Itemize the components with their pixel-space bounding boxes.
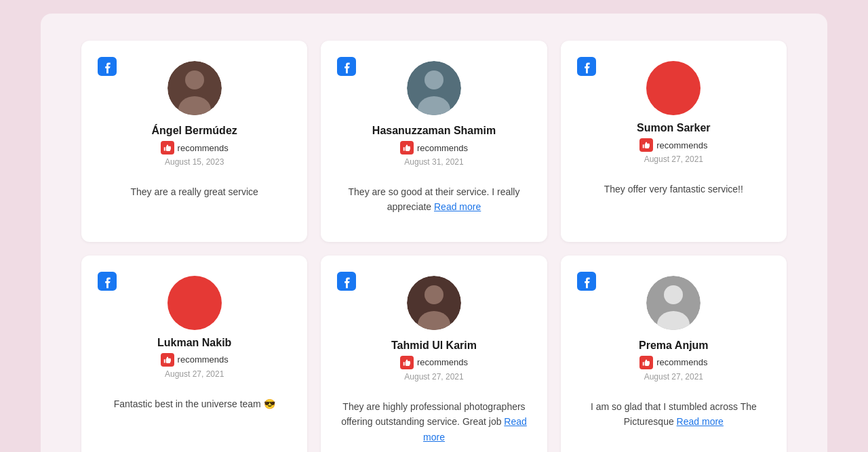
review-date: August 27, 2021	[644, 372, 703, 382]
facebook-icon-wrapper	[98, 57, 117, 79]
user-name: Sumon Sarker	[637, 122, 710, 134]
review-body: They are so good at their service. I rea…	[337, 184, 530, 215]
recommends-row: recommends	[161, 353, 229, 367]
user-name: Lukman Nakib	[157, 337, 231, 349]
review-card-hasanuzzaman: Hasanuzzaman Shamim recommends August 31…	[321, 41, 547, 242]
recommends-row: recommends	[639, 138, 707, 152]
user-name: Tahmid Ul Karim	[391, 340, 477, 352]
svg-point-6	[425, 70, 443, 89]
svg-point-12	[425, 285, 443, 304]
review-date: August 15, 2023	[165, 157, 224, 167]
review-date: August 27, 2021	[404, 372, 463, 382]
review-body: They are highly professional photographe…	[337, 399, 530, 445]
svg-point-16	[664, 285, 683, 304]
review-card-lukman: Lukman Nakib recommends August 27, 2021 …	[81, 255, 307, 452]
review-text: Fantastic best in the universe team 😎	[114, 398, 275, 409]
user-name: Hasanuzzaman Shamim	[372, 125, 496, 137]
card-top: Ángel Bermúdez recommends August 15, 202…	[98, 61, 291, 176]
reviews-grid: Ángel Bermúdez recommends August 15, 202…	[81, 41, 787, 452]
recommends-row: recommends	[639, 356, 707, 369]
review-card-angel: Ángel Bermúdez recommends August 15, 202…	[81, 41, 307, 242]
user-name: Ángel Bermúdez	[152, 125, 237, 137]
recommends-row: recommends	[161, 141, 229, 155]
review-text: I am so glad that I stumbled across The …	[591, 401, 757, 427]
read-more-link[interactable]: Read more	[434, 201, 481, 212]
recommends-icon	[161, 353, 174, 367]
recommends-text: recommends	[417, 143, 468, 153]
review-card-sumon: Sumon Sarker recommends August 27, 2021 …	[561, 41, 787, 242]
facebook-icon-wrapper	[98, 272, 117, 293]
avatar	[407, 276, 461, 330]
facebook-icon-wrapper	[337, 272, 356, 293]
review-body: Fantastic best in the universe team 😎	[114, 396, 275, 411]
recommends-icon	[639, 138, 653, 152]
review-text: They are a really great service	[131, 186, 258, 197]
avatar-wrapper	[646, 276, 701, 333]
recommends-icon	[161, 141, 174, 155]
card-top: Lukman Nakib recommends August 27, 2021	[98, 276, 291, 388]
avatar	[167, 276, 222, 330]
card-top: Tahmid Ul Karim recommends August 27, 20…	[337, 276, 530, 391]
recommends-text: recommends	[656, 357, 707, 367]
review-date: August 27, 2021	[644, 155, 703, 164]
avatar-wrapper	[407, 276, 461, 333]
recommends-icon	[400, 356, 414, 369]
review-body: They are a really great service	[131, 184, 258, 199]
recommends-text: recommends	[178, 143, 229, 153]
avatar-wrapper	[167, 276, 222, 330]
review-card-prema: Prema Anjum recommends August 27, 2021 I…	[561, 255, 787, 452]
read-more-link[interactable]: Read more	[677, 416, 724, 427]
review-card-tahmid: Tahmid Ul Karim recommends August 27, 20…	[321, 255, 547, 452]
avatar-wrapper	[167, 61, 222, 118]
user-name: Prema Anjum	[639, 340, 709, 352]
recommends-text: recommends	[417, 357, 468, 367]
review-text: They offer very fantastic service!!	[604, 184, 743, 194]
card-top: Hasanuzzaman Shamim recommends August 31…	[337, 61, 530, 176]
card-top: Sumon Sarker recommends August 27, 2021	[577, 61, 770, 173]
avatar	[167, 61, 222, 115]
reviews-container: Ángel Bermúdez recommends August 15, 202…	[41, 14, 827, 452]
review-date: August 31, 2021	[404, 157, 463, 167]
recommends-text: recommends	[656, 140, 707, 150]
recommends-row: recommends	[400, 356, 468, 369]
recommends-icon	[400, 141, 414, 155]
recommends-text: recommends	[178, 354, 229, 365]
facebook-icon-wrapper	[577, 57, 596, 79]
card-top: Prema Anjum recommends August 27, 2021	[577, 276, 770, 391]
svg-point-2	[185, 70, 204, 89]
facebook-icon-wrapper	[577, 272, 596, 293]
review-body: They offer very fantastic service!!	[604, 182, 743, 197]
avatar-wrapper	[407, 61, 461, 118]
avatar-wrapper	[646, 61, 701, 115]
facebook-icon-wrapper	[337, 57, 356, 79]
recommends-row: recommends	[400, 141, 468, 155]
avatar	[646, 61, 701, 115]
review-text: They are highly professional photographe…	[341, 401, 525, 427]
recommends-icon	[639, 356, 653, 369]
review-date: August 27, 2021	[165, 369, 224, 379]
avatar	[646, 276, 701, 330]
avatar	[407, 61, 461, 115]
review-body: I am so glad that I stumbled across The …	[577, 399, 770, 430]
